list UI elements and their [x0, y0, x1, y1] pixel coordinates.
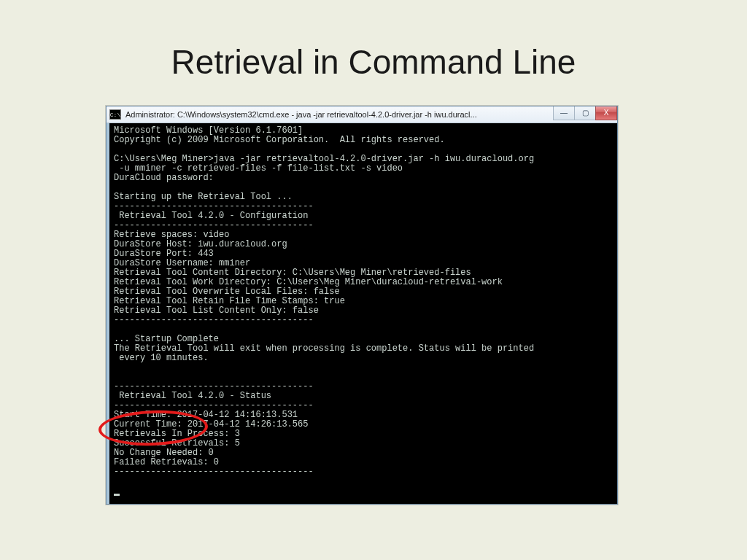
close-button[interactable]: X [595, 106, 617, 120]
minimize-button[interactable]: — [553, 106, 575, 120]
slide-title: Retrieval in Command Line [0, 42, 747, 82]
terminal-output[interactable]: Microsoft Windows [Version 6.1.7601] Cop… [107, 123, 617, 504]
terminal-cursor [114, 494, 120, 496]
cmd-icon: C:\ [109, 109, 121, 120]
maximize-button[interactable]: ▢ [574, 106, 596, 120]
window-title-text: Administrator: C:\Windows\system32\cmd.e… [125, 110, 617, 119]
window-titlebar[interactable]: C:\ Administrator: C:\Windows\system32\c… [107, 106, 617, 123]
cmd-window: C:\ Administrator: C:\Windows\system32\c… [106, 106, 618, 505]
window-controls: — ▢ X [553, 106, 617, 121]
slide: Retrieval in Command Line C:\ Administra… [0, 0, 747, 560]
